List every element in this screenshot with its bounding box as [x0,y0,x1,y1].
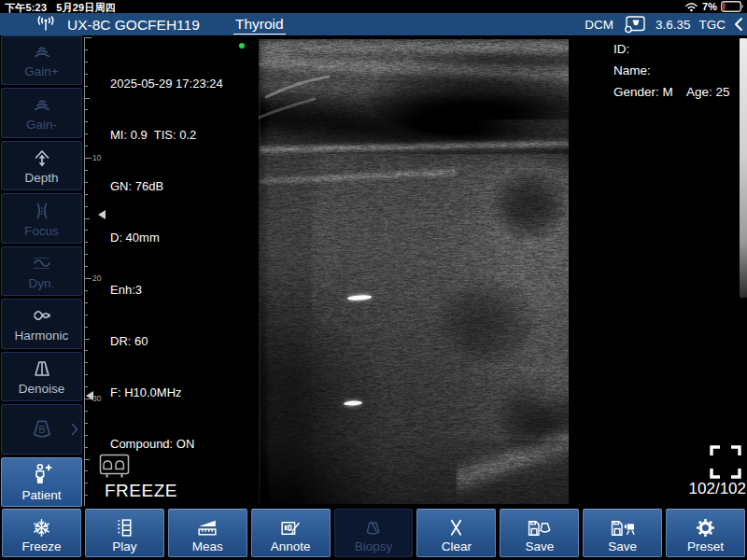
toolbar-button-label: Freeze [21,539,61,553]
sidebar-item-gain-minus[interactable]: Gain- [1,88,82,137]
sidebar-item-harmonic[interactable]: Harmonic [1,299,82,348]
toolbar-button-label: Annote [271,539,311,553]
wifi-icon [684,2,698,12]
sidebar-item-focus[interactable]: Focus [1,193,82,243]
sidebar-item-label: Denoise [19,382,65,396]
toolbar-button-label: Play [112,539,136,553]
app-header: UX-8C GOCFEH119 Thyroid DCM 3.6.35 TGC [0,13,747,35]
focus-marker-icon [86,391,93,400]
dcm-probe-icon[interactable] [622,15,647,34]
ios-status-bar: 下午5:23 5月29日周四 7% [0,0,747,13]
image-parameters: 2025-05-29 17:23:24 MI: 0.9 TIS: 0.2 GN:… [110,41,223,470]
tgc-label[interactable]: TGC [699,18,726,32]
gain-plus-icon [30,42,54,63]
sidebar-item-patient[interactable]: Patient [1,457,82,507]
depth-icon [30,147,54,169]
sidebar-item-label: Focus [24,224,59,238]
dcm-label[interactable]: DCM [585,18,613,32]
b-mode-letter: B [38,424,45,435]
save-video-button[interactable]: Save [583,509,662,557]
sidebar: Gain+ Gain- Depth Focus [1,35,82,507]
ultrasound-image[interactable] [259,39,569,504]
tgc-panel-handle[interactable] [740,38,747,298]
save-image-button[interactable]: Save [500,509,579,557]
param-dynamic-range: DR: 60 [110,333,223,350]
battery-percent: 7% [702,1,717,12]
param-compound: Compound: ON [110,436,223,453]
sidebar-item-b-mode[interactable]: B [1,404,82,454]
acquisition-timestamp: 2025-05-29 17:23:24 [110,76,223,92]
patient-name-label: Name: [613,63,651,77]
param-gain: GN: 76dB [110,178,223,195]
toolbar-button-label: Clear [442,539,472,553]
dynamic-range-icon [30,252,54,274]
meas-button[interactable]: Meas [168,509,247,557]
patient-age: Age: 25 [686,85,730,99]
annotate-icon [278,517,303,539]
device-name: UX-8C GOCFEH119 [67,17,200,34]
param-mi-tis: MI: 0.9 TIS: 0.2 [110,127,223,144]
software-version: 3.6.35 [655,18,691,32]
focus-marker-icon [98,210,106,219]
param-enhance: Enh:3 [110,282,223,299]
sidebar-item-label: Depth [24,171,58,185]
measure-icon [195,517,220,539]
cine-probe-icon [99,454,131,480]
expand-chevron-icon [71,423,78,436]
sidebar-item-label: Gain+ [24,64,58,78]
play-button[interactable]: Play [85,509,164,557]
sidebar-item-gain-plus[interactable]: Gain+ [1,35,82,85]
preset-button[interactable]: Preset [666,509,745,557]
exam-preset-tab[interactable]: Thyroid [233,16,286,35]
frame-counter: 102/102 [689,480,746,498]
param-frequency: F: H10.0MHz [110,385,223,401]
sidebar-item-depth[interactable]: Depth [1,141,82,190]
toolbar-button-label: Meas [192,539,223,553]
harmonic-icon [30,304,54,327]
sidebar-item-label: Dyn. [29,276,55,290]
freeze-status: FREEZE [105,481,177,501]
patient-gender: Gender: M [613,85,673,99]
save-video-icon [610,517,635,539]
toolbar-button-label: Preset [687,539,724,553]
patient-id-label: ID: [613,42,629,56]
save-image-icon [527,517,552,539]
sidebar-item-label: Gain- [26,118,57,132]
toolbar-button-label: Save [608,539,637,553]
clear-x-icon [444,517,469,539]
biopsy-icon [360,517,386,539]
cine-play-icon [112,517,137,539]
toolbar-button-label: Biopsy [355,539,393,553]
snowflake-icon [29,517,54,539]
sidebar-item-label: Harmonic [15,329,69,343]
depth-ruler: 102030 [84,37,106,506]
sidebar-item-dynamic-range[interactable]: Dyn. [1,246,82,296]
clear-button[interactable]: Clear [416,509,496,557]
focus-icon [30,200,54,222]
toolbar-button-label: Save [525,539,554,553]
gain-minus-icon [30,95,54,116]
annote-button[interactable]: Annote [251,509,331,557]
fullscreen-button[interactable] [710,445,741,479]
param-depth: D: 40mm [110,230,223,246]
tgc-chevron-icon[interactable] [734,17,743,32]
sidebar-item-denoise[interactable]: Denoise [1,352,82,401]
freeze-button[interactable]: Freeze [2,509,81,557]
denoise-icon [30,357,54,380]
probe-wireless-icon [34,16,58,33]
b-mode-icon: B [28,416,56,442]
sidebar-item-label: Patient [21,488,61,502]
patient-icon [28,462,56,486]
live-status-dot [239,43,245,49]
preset-gear-icon [693,517,718,539]
bottom-toolbar: Freeze Play Meas [2,509,745,557]
biopsy-button[interactable]: Biopsy [334,509,414,557]
battery-low-icon [721,1,744,12]
